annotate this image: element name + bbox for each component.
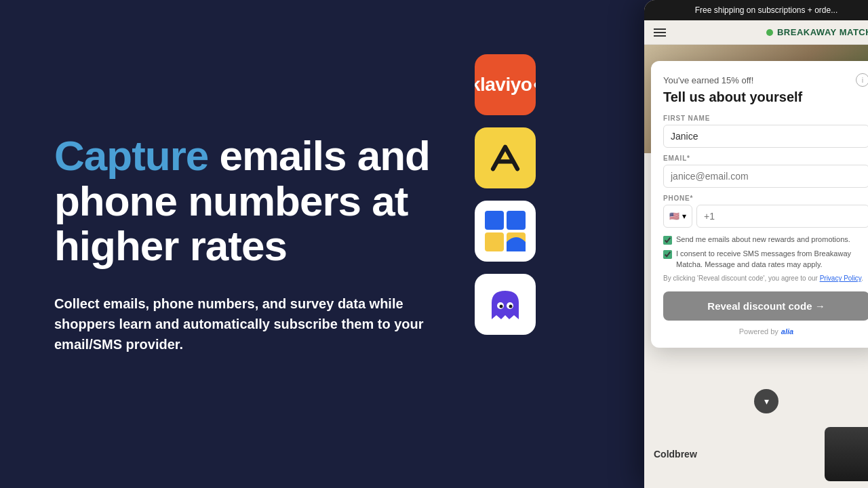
subtext: Collect emails, phone numbers, and surve… — [54, 293, 434, 354]
brand-name: BREAKAWAY MATCHA — [777, 27, 868, 37]
svg-rect-1 — [507, 211, 526, 230]
chevron-down-icon: ▾ — [764, 396, 769, 407]
email-consent-row: Send me emails about new rewards and pro… — [663, 235, 868, 245]
svg-rect-2 — [485, 232, 504, 251]
klaviyo-name: klaviyo — [475, 74, 532, 96]
modal-title: Tell us about yourself — [663, 89, 868, 105]
first-name-field: FIRST NAME — [663, 115, 868, 148]
phone-label: PHONE* — [663, 195, 868, 202]
consent-suffix: . — [861, 274, 863, 282]
first-name-label: FIRST NAME — [663, 115, 868, 122]
sms-consent-checkbox[interactable] — [663, 250, 672, 259]
hamburger-line-1 — [654, 28, 666, 30]
powered-by: Powered by alia — [663, 327, 868, 336]
email-consent-text: Send me emails about new rewards and pro… — [676, 235, 850, 245]
consent-text: By clicking 'Reveal discount code', you … — [663, 274, 868, 283]
brand-dot — [766, 29, 773, 36]
first-name-input[interactable] — [663, 125, 868, 148]
sms-consent-row: I consent to receive SMS messages from B… — [663, 249, 868, 270]
email-consent-checkbox[interactable] — [663, 236, 672, 245]
headline-highlight: Capture — [54, 132, 208, 179]
email-label: EMAIL* — [663, 155, 868, 162]
headline: Capture emails and phone numbers at high… — [54, 134, 434, 270]
phone-field: PHONE* 🇺🇸 ▾ — [663, 195, 868, 228]
app-icons-column: klaviyo• — [475, 54, 536, 335]
left-section: Capture emails and phone numbers at high… — [0, 0, 475, 488]
modal-earned-row: You've earned 15% off! i — [663, 73, 868, 87]
svg-rect-0 — [485, 211, 504, 230]
earned-text: You've earned 15% off! — [663, 75, 753, 85]
brand-logo: BREAKAWAY MATCHA — [766, 27, 868, 37]
alia-brand: alia — [781, 327, 793, 336]
reveal-discount-button[interactable]: Reveal discount code → — [663, 291, 868, 321]
klaviyo-icon: klaviyo• — [475, 54, 536, 115]
sms-consent-text: I consent to receive SMS messages from B… — [676, 249, 868, 270]
phone-input[interactable] — [696, 205, 868, 228]
blue-yellow-svg — [482, 208, 528, 254]
privacy-policy-link[interactable]: Privacy Policy — [820, 274, 862, 282]
hamburger-menu[interactable] — [654, 28, 666, 37]
phone-row: 🇺🇸 ▾ — [663, 205, 868, 228]
consent-prefix: By clicking 'Reveal discount code', you … — [663, 274, 820, 282]
coldbrew-label: Coldbrew — [654, 449, 697, 460]
hamburger-line-3 — [654, 35, 666, 37]
flag-chevron: ▾ — [682, 211, 686, 221]
product-thumbnail — [825, 427, 868, 481]
typeform-icon — [475, 127, 536, 188]
phone-flag[interactable]: 🇺🇸 ▾ — [663, 205, 692, 228]
hamburger-line-2 — [654, 32, 666, 33]
right-section: klaviyo• — [475, 0, 868, 488]
info-icon[interactable]: i — [856, 73, 868, 87]
flag-emoji: 🇺🇸 — [669, 211, 679, 221]
email-input[interactable] — [663, 165, 868, 188]
browser-nav: BREAKAWAY MATCHA — [644, 20, 868, 45]
ghost-svg — [485, 284, 526, 325]
powered-by-text: Powered by — [739, 327, 778, 336]
browser-top-bar: Free shipping on subscriptions + orde... — [644, 0, 868, 20]
klaviyo-dot: • — [533, 73, 536, 98]
discount-modal: You've earned 15% off! i Tell us about y… — [651, 61, 868, 348]
typeform-logo-svg — [487, 140, 524, 176]
email-field: EMAIL* — [663, 155, 868, 188]
browser-mockup: Free shipping on subscriptions + orde...… — [644, 0, 868, 488]
svg-point-6 — [500, 305, 503, 308]
browser-bottom: Coldbrew — [644, 420, 868, 488]
blue-yellow-app-icon — [475, 201, 536, 262]
scroll-down-button[interactable]: ▾ — [754, 389, 778, 413]
klaviyo-logo: klaviyo• — [475, 73, 536, 98]
ghost-app-icon — [475, 274, 536, 335]
svg-point-7 — [509, 305, 513, 308]
